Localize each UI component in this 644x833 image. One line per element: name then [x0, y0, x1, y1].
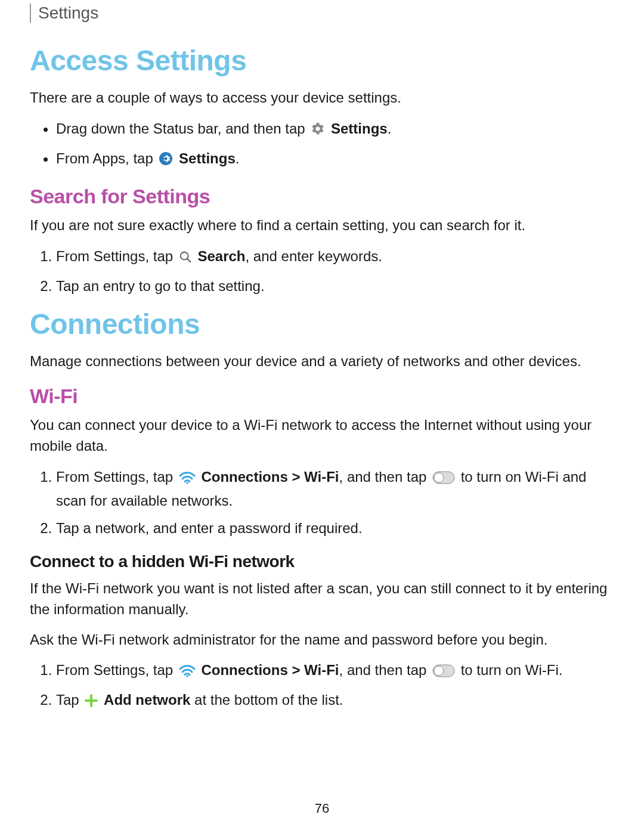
wifi-icon	[179, 662, 196, 683]
text-bold: Connections > Wi-Fi	[201, 662, 339, 678]
text: .	[236, 150, 240, 166]
plus-icon	[85, 692, 98, 713]
text: Drag down the Status bar, and then tap	[56, 120, 309, 137]
text: From Settings, tap	[56, 469, 177, 485]
list-item: From Apps, tap Settings.	[56, 148, 614, 172]
text-bold: Search	[197, 248, 245, 264]
svg-point-5	[434, 473, 444, 482]
svg-line-2	[187, 258, 191, 262]
list-item: Drag down the Status bar, and then tap S…	[56, 118, 614, 142]
heading-connections: Connections	[30, 308, 614, 340]
list-item: From Settings, tap Search, and enter key…	[56, 246, 614, 270]
list-item: Tap Add network at the bottom of the lis…	[56, 689, 614, 713]
hidden-intro: If the Wi-Fi network you want is not lis…	[30, 578, 614, 620]
heading-search-settings: Search for Settings	[30, 185, 614, 208]
list-item: Tap an entry to go to that setting.	[56, 275, 614, 297]
svg-point-0	[159, 152, 172, 165]
text: .	[388, 120, 392, 137]
svg-point-8	[434, 666, 444, 676]
wifi-icon	[179, 469, 196, 490]
heading-hidden-wifi: Connect to a hidden Wi-Fi network	[30, 552, 614, 571]
page-header: Settings	[38, 4, 614, 23]
text: From Apps, tap	[56, 150, 157, 166]
text-bold: Settings	[179, 150, 236, 166]
access-intro: There are a couple of ways to access you…	[30, 88, 614, 109]
heading-access-settings: Access Settings	[30, 44, 614, 77]
access-bullet-list: Drag down the Status bar, and then tap S…	[30, 118, 614, 172]
hidden-ask: Ask the Wi-Fi network administrator for …	[30, 630, 614, 651]
hidden-wifi-steps: From Settings, tap Connections > Wi-Fi, …	[30, 659, 614, 713]
page-header-border: Settings	[30, 4, 614, 23]
search-icon	[179, 248, 192, 270]
text: , and enter keywords.	[245, 248, 382, 264]
text: Tap	[56, 692, 83, 708]
text-bold: Connections > Wi-Fi	[201, 469, 339, 485]
text: to turn on Wi-Fi.	[461, 662, 563, 678]
svg-point-6	[186, 676, 188, 678]
svg-point-3	[186, 482, 188, 484]
text: , and then tap	[339, 662, 431, 678]
text: at the bottom of the list.	[194, 692, 343, 708]
list-item: From Settings, tap Connections > Wi-Fi, …	[56, 466, 614, 512]
text: From Settings, tap	[56, 662, 177, 678]
search-intro: If you are not sure exactly where to fin…	[30, 215, 614, 236]
wifi-intro: You can connect your device to a Wi-Fi n…	[30, 415, 614, 457]
toggle-off-icon	[432, 469, 455, 490]
text: From Settings, tap	[56, 248, 177, 264]
text-bold: Add network	[104, 692, 190, 708]
list-item: From Settings, tap Connections > Wi-Fi, …	[56, 659, 614, 683]
text: , and then tap	[339, 469, 431, 485]
connections-intro: Manage connections between your device a…	[30, 351, 614, 372]
text-bold: Settings	[331, 120, 388, 137]
toggle-off-icon	[432, 662, 455, 683]
heading-wifi: Wi-Fi	[30, 385, 614, 408]
page-number: 76	[0, 801, 644, 816]
gear-circle-icon	[159, 150, 173, 172]
gear-icon	[311, 120, 325, 142]
list-item: Tap a network, and enter a password if r…	[56, 518, 614, 539]
search-steps: From Settings, tap Search, and enter key…	[30, 246, 614, 297]
wifi-steps: From Settings, tap Connections > Wi-Fi, …	[30, 466, 614, 539]
